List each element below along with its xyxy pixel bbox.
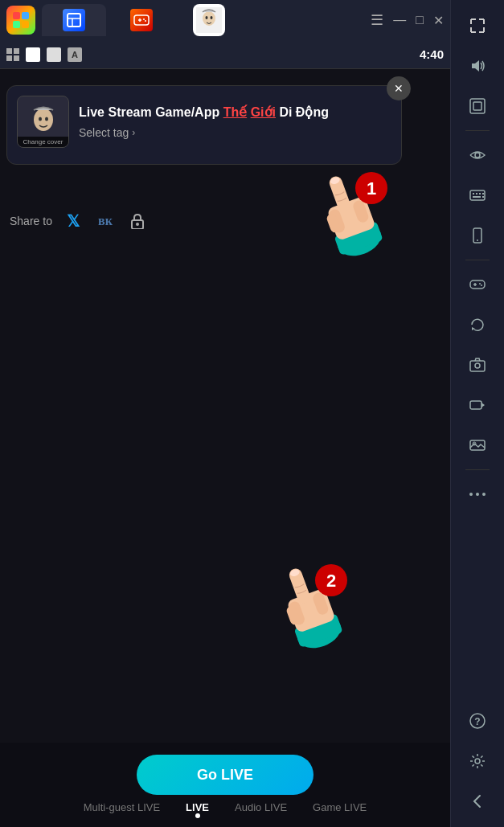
tab-home[interactable] bbox=[42, 4, 106, 36]
svg-rect-4 bbox=[68, 14, 80, 27]
grid-icon bbox=[6, 48, 19, 61]
keyboard-icon[interactable] bbox=[460, 178, 495, 213]
cover-thumbnail[interactable]: Change cover bbox=[17, 96, 69, 148]
square-icon-1 bbox=[26, 47, 40, 62]
tab-audio[interactable]: Audio LIVE bbox=[232, 800, 290, 815]
gamepad-icon[interactable] bbox=[460, 267, 495, 302]
maximize-btn[interactable]: □ bbox=[416, 13, 424, 28]
tab-store[interactable] bbox=[109, 4, 174, 36]
bottom-tabs: Multi-guest LIVE LIVE Audio LIVE Game LI… bbox=[80, 800, 371, 815]
svg-rect-42 bbox=[470, 190, 485, 200]
back-icon[interactable] bbox=[460, 784, 495, 819]
svg-point-67 bbox=[475, 759, 480, 764]
rotate-icon[interactable] bbox=[460, 307, 495, 342]
svg-marker-59 bbox=[481, 403, 485, 407]
svg-marker-38 bbox=[472, 60, 479, 72]
vk-icon[interactable]: вк bbox=[94, 210, 117, 232]
top-bar: ☰ — □ ✕ bbox=[0, 0, 450, 40]
finger-annotation-2: 2 bbox=[265, 558, 354, 654]
svg-point-62 bbox=[469, 493, 473, 496]
svg-rect-44 bbox=[476, 193, 477, 194]
svg-text:2: 2 bbox=[326, 571, 336, 591]
svg-rect-52 bbox=[470, 280, 485, 289]
hamburger-icon[interactable]: ☰ bbox=[364, 11, 390, 29]
svg-rect-43 bbox=[473, 193, 474, 194]
sidebar-divider-3 bbox=[465, 469, 490, 470]
svg-point-10 bbox=[206, 16, 208, 19]
lock-icon[interactable] bbox=[126, 210, 149, 232]
svg-point-63 bbox=[476, 493, 479, 496]
finger-annotation-1: 1 bbox=[305, 166, 394, 262]
minimize-btn[interactable]: — bbox=[393, 13, 406, 28]
stream-setup-card: ✕ Change cover bbox=[6, 85, 402, 165]
svg-rect-58 bbox=[470, 401, 481, 409]
svg-point-14 bbox=[39, 117, 42, 121]
svg-point-54 bbox=[481, 285, 482, 286]
svg-rect-47 bbox=[473, 196, 474, 198]
svg-rect-49 bbox=[482, 196, 484, 198]
sidebar-divider-2 bbox=[465, 260, 490, 260]
svg-point-13 bbox=[34, 108, 53, 131]
svg-point-15 bbox=[45, 117, 48, 121]
volume-icon[interactable] bbox=[460, 48, 495, 84]
svg-text:?: ? bbox=[474, 716, 480, 727]
sidebar-divider-1 bbox=[465, 130, 490, 131]
svg-point-17 bbox=[136, 223, 139, 226]
svg-rect-1 bbox=[22, 12, 29, 19]
svg-rect-40 bbox=[473, 102, 481, 110]
record-icon[interactable] bbox=[460, 387, 495, 423]
svg-rect-2 bbox=[13, 21, 20, 28]
more-icon[interactable] bbox=[460, 477, 495, 512]
tablet-icon[interactable] bbox=[460, 218, 495, 253]
svg-rect-45 bbox=[479, 193, 481, 194]
svg-point-57 bbox=[475, 363, 480, 368]
eye-icon[interactable] bbox=[460, 137, 495, 173]
svg-rect-0 bbox=[13, 12, 20, 19]
svg-rect-48 bbox=[474, 196, 481, 198]
square-icon-2 bbox=[47, 47, 61, 62]
svg-point-11 bbox=[211, 16, 213, 19]
second-bar: A 4:40 bbox=[0, 40, 450, 69]
close-btn-window[interactable]: ✕ bbox=[433, 13, 444, 28]
tab-game[interactable]: Game LIVE bbox=[309, 800, 370, 815]
svg-point-41 bbox=[475, 153, 480, 158]
twitter-icon[interactable]: 𝕏 bbox=[62, 210, 84, 232]
chevron-right-icon: › bbox=[132, 127, 135, 138]
tab-app[interactable] bbox=[177, 4, 241, 36]
go-live-button[interactable]: Go LIVE bbox=[137, 755, 313, 795]
app-logo[interactable] bbox=[6, 6, 35, 35]
right-sidebar: ? bbox=[450, 0, 504, 827]
select-tag-row[interactable]: Select tag › bbox=[79, 126, 391, 139]
svg-point-53 bbox=[479, 283, 481, 285]
svg-point-7 bbox=[145, 20, 146, 22]
letter-a-icon: A bbox=[68, 47, 82, 62]
svg-rect-56 bbox=[470, 361, 485, 371]
svg-rect-39 bbox=[470, 99, 485, 113]
select-tag-text: Select tag bbox=[79, 126, 129, 139]
share-row: Share to 𝕏 вк bbox=[10, 210, 149, 232]
change-cover-label: Change cover bbox=[18, 137, 68, 147]
svg-rect-3 bbox=[22, 21, 29, 28]
window-controls: — □ ✕ bbox=[393, 13, 444, 28]
tab-multi-guest[interactable]: Multi-guest LIVE bbox=[80, 800, 163, 815]
svg-text:1: 1 bbox=[367, 178, 376, 199]
share-to-label: Share to bbox=[10, 215, 52, 227]
stream-title: Live Stream Game/App Thế Giới Di Động bbox=[79, 104, 391, 121]
fullscreen-icon[interactable] bbox=[460, 88, 495, 124]
svg-point-6 bbox=[143, 18, 145, 20]
camera-icon[interactable] bbox=[460, 347, 495, 383]
expand-icon[interactable] bbox=[460, 8, 495, 43]
bottom-area: Go LIVE Multi-guest LIVE LIVE Audio LIVE… bbox=[0, 743, 450, 827]
time-display: 4:40 bbox=[420, 47, 444, 61]
gallery-icon[interactable] bbox=[460, 428, 495, 463]
close-card-button[interactable]: ✕ bbox=[387, 76, 411, 100]
content-area: ✕ Change cover bbox=[0, 69, 450, 743]
svg-point-51 bbox=[477, 240, 478, 241]
tab-live[interactable]: LIVE bbox=[182, 800, 212, 815]
svg-rect-46 bbox=[482, 193, 484, 194]
settings-icon[interactable] bbox=[460, 743, 495, 779]
svg-point-64 bbox=[482, 493, 486, 496]
help-icon[interactable]: ? bbox=[460, 703, 495, 739]
